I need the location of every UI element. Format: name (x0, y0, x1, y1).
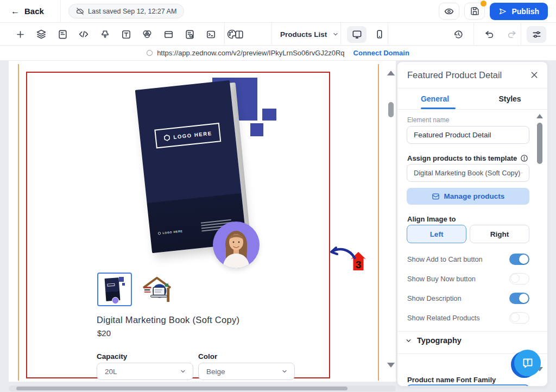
connect-domain-link[interactable]: Connect Domain (353, 49, 409, 57)
back-button[interactable]: ← Back (0, 0, 61, 23)
active-tab-underline (421, 108, 456, 109)
decor-square-medium (262, 109, 276, 121)
assign-products-select[interactable]: Digital Marketing Book (Soft Copy) (407, 164, 529, 182)
panel-scrollbar-thumb[interactable] (537, 123, 542, 164)
shapes-icon[interactable] (140, 27, 154, 41)
show-description-label: Show Description (407, 294, 462, 302)
show-add-to-cart-label: Show Add to Cart button (407, 255, 483, 263)
capacity-select[interactable]: 20L (97, 363, 193, 380)
chevron-down-icon (180, 368, 186, 375)
guide-line-left (18, 64, 19, 381)
option-label-capacity: Capacity (97, 352, 127, 361)
columns-icon[interactable] (232, 27, 246, 41)
settings-group (527, 23, 546, 46)
product-thumbnail-2[interactable] (139, 274, 175, 305)
properties-panel: Featured Product Detail General Styles E… (397, 61, 548, 387)
show-add-to-cart-toggle[interactable] (509, 254, 529, 265)
option-label-color: Color (198, 352, 217, 361)
adjustments-icon[interactable] (527, 26, 546, 43)
save-icon (470, 7, 479, 16)
info-icon (520, 154, 528, 162)
publish-button[interactable]: Publish (490, 3, 548, 20)
page-canvas[interactable]: LOGO HERE LOGO HERE (9, 61, 396, 382)
publish-label: Publish (511, 7, 539, 16)
color-select[interactable]: Beige (198, 363, 295, 380)
last-saved-badge: Last saved Sep 12, 12:27 AM (68, 4, 184, 18)
assign-products-label: Assign products to this template (407, 154, 528, 162)
product-thumbnail-selected[interactable] (97, 273, 132, 306)
console-icon[interactable] (204, 27, 218, 41)
show-description-toggle[interactable] (509, 293, 529, 304)
toggle-row: Show Buy Now button (407, 273, 529, 284)
annotation-arrow-icon (327, 244, 356, 262)
canvas-hscrollbar-thumb[interactable] (16, 387, 348, 390)
capacity-value: 20L (105, 368, 117, 376)
page-search-icon[interactable] (182, 27, 197, 41)
editor-main: LOGO HERE LOGO HERE (0, 61, 556, 392)
close-icon[interactable] (530, 71, 539, 79)
smartphone-icon (375, 29, 384, 39)
page-selector[interactable]: Products List (280, 23, 339, 46)
window-icon[interactable] (161, 27, 175, 41)
undo-redo-group (482, 23, 519, 46)
layers-icon[interactable] (34, 27, 48, 41)
canvas-scroll-down[interactable] (387, 363, 395, 368)
show-buy-now-toggle[interactable] (509, 273, 529, 284)
help-chat-button[interactable] (511, 350, 541, 379)
show-related-products-toggle[interactable] (509, 312, 529, 324)
panel-scroll-up[interactable] (536, 114, 543, 118)
preview-url: https://app.zednow.com/v2/preview/IPkyLr… (157, 49, 344, 57)
manage-products-button[interactable]: Manage products (407, 188, 529, 205)
align-right-button[interactable]: Right (470, 225, 529, 243)
undo-icon[interactable] (482, 27, 496, 41)
show-related-products-label: Show Related Products (407, 314, 480, 322)
toggle-row: Show Description (407, 292, 529, 304)
guide-line-right (378, 64, 379, 381)
hexagon-logo-icon (163, 134, 170, 142)
divider (521, 23, 521, 46)
page-selector-label: Products List (280, 30, 327, 39)
last-saved-text: Last saved Sep 12, 12:27 AM (88, 8, 176, 15)
font-family-select[interactable] (407, 384, 529, 387)
tab-styles[interactable]: Styles (472, 88, 547, 109)
canvas-scrollbar-thumb[interactable] (388, 102, 394, 117)
divider (224, 23, 225, 46)
toggle-knob (510, 313, 520, 322)
align-left-button[interactable]: Left (407, 225, 466, 243)
add-icon[interactable] (13, 27, 27, 41)
thumbnail-book-image (105, 277, 124, 302)
layout-group (232, 23, 246, 46)
unsaved-badge-dot (481, 1, 486, 7)
redo-icon[interactable] (504, 27, 519, 41)
element-name-input[interactable]: Featured Product Detail (407, 126, 529, 144)
history-icon[interactable] (451, 27, 465, 41)
desktop-view-button[interactable] (347, 26, 367, 43)
toggle-knob (510, 274, 520, 283)
cloud-off-icon (76, 7, 84, 15)
envelope-icon (432, 192, 440, 200)
preview-url-bar: https://app.zednow.com/v2/preview/IPkyLr… (0, 46, 556, 61)
save-button[interactable] (464, 3, 485, 20)
preview-eye-button[interactable] (439, 3, 459, 20)
divider (473, 23, 474, 46)
typography-section-header[interactable]: Typography (405, 336, 462, 345)
divider (271, 23, 272, 46)
text-icon[interactable] (119, 27, 133, 41)
divider (397, 331, 547, 332)
canvas-scroll-up[interactable] (387, 71, 395, 75)
paint-icon[interactable] (98, 27, 112, 41)
toggle-knob (519, 294, 528, 303)
canvas-hscrollbar (9, 385, 396, 391)
topbar: ← Back Last saved Sep 12, 12:27 AM Publi… (0, 0, 556, 23)
back-arrow-icon: ← (11, 7, 20, 16)
mobile-view-button[interactable] (370, 26, 389, 43)
book-footer-logo: LOGO HERE (157, 229, 183, 235)
form-icon[interactable] (55, 27, 70, 41)
panel-tabs: General Styles (397, 88, 547, 110)
product-price: $20 (97, 328, 111, 338)
eye-icon (444, 7, 454, 16)
color-value: Beige (206, 368, 225, 376)
code-icon[interactable] (77, 27, 91, 41)
font-family-label: Product name Font Family (407, 376, 496, 384)
tab-general[interactable]: General (397, 88, 472, 109)
